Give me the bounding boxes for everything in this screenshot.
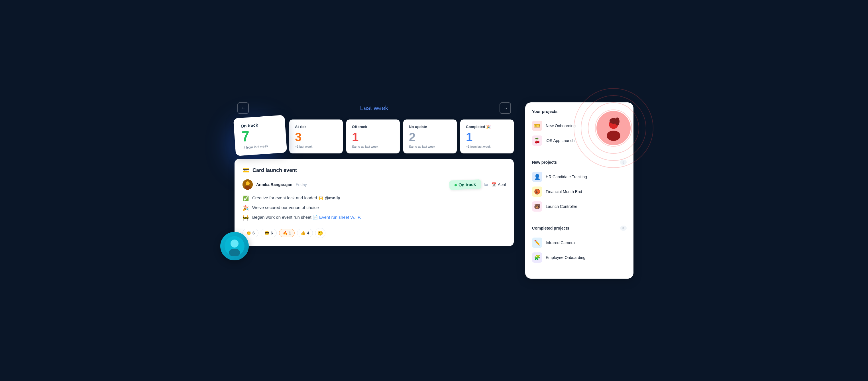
panel-avatar-deco: [596, 111, 631, 145]
at-risk-card: At risk 3 +1 last week: [289, 119, 343, 153]
fire-emoji: 🔥: [283, 231, 287, 235]
card-icon: 💳: [243, 167, 250, 174]
project-employee-onboarding[interactable]: 🧩 Employee Onboarding: [532, 250, 627, 265]
clap-count: 6: [252, 231, 255, 235]
completed-label: Completed 🎉: [466, 125, 508, 129]
completed-projects-header: Completed projects 3: [532, 226, 627, 231]
bottom-avatar: [220, 232, 249, 260]
author-avatar: [243, 179, 253, 189]
hr-candidate-name: HR Candidate Tracking: [546, 175, 587, 179]
deco-circles: [571, 85, 656, 171]
employee-onboarding-icon: 🧩: [532, 253, 542, 263]
add-reaction-button[interactable]: 🙂: [315, 228, 326, 238]
cool-emoji: 😎: [265, 231, 269, 235]
financial-month-end-icon: 🏀: [532, 186, 542, 197]
status-badge-row: On track for 📅 April: [450, 180, 506, 189]
card-title: Card launch event: [252, 167, 297, 173]
project-hr-candidate[interactable]: 👤 HR Candidate Tracking: [532, 169, 627, 184]
item-2-text: We've secured our venue of choice: [252, 205, 319, 210]
hr-candidate-icon: 👤: [532, 172, 542, 182]
event-link[interactable]: 📄 Event run sheet W.I.P.: [313, 215, 361, 219]
update-items: ✅ Creative for event lock and loaded 🙌 @…: [243, 195, 506, 221]
svg-point-4: [230, 239, 239, 247]
completed-card: Completed 🎉 1 +1 from last week: [460, 119, 514, 153]
item-1-emoji: ✅: [243, 195, 249, 202]
back-button[interactable]: ←: [237, 102, 249, 114]
off-track-number: 1: [352, 131, 394, 143]
new-projects-title: New projects: [532, 160, 557, 165]
launch-controller-icon: 🐻: [532, 201, 542, 212]
thumbsup-emoji: 👍: [301, 231, 306, 235]
off-track-card: Off track 1 Same as last week: [346, 119, 400, 153]
right-panel: Your projects 🎫 New Onboarding 🍒 iOS App…: [525, 102, 633, 279]
month-label: April: [498, 182, 506, 187]
item-3-text: Began work on event run sheet 📄 Event ru…: [252, 215, 361, 220]
completed-sub: +1 from last week: [466, 145, 508, 148]
new-onboarding-icon: 🎫: [532, 121, 542, 131]
status-badge: On track: [449, 179, 481, 190]
cool-count: 6: [271, 231, 273, 235]
completed-projects-section: Completed projects 3 ✏️ Infrared Camera …: [532, 226, 627, 265]
for-label: for: [484, 182, 489, 187]
item-2-emoji: 🎉: [243, 205, 249, 211]
update-day: Friday: [296, 182, 307, 187]
project-launch-controller[interactable]: 🐻 Launch Controller: [532, 199, 627, 214]
your-projects-title: Your projects: [532, 109, 557, 114]
project-infrared-camera[interactable]: ✏️ Infrared Camera: [532, 235, 627, 250]
employee-onboarding-name: Employee Onboarding: [546, 255, 585, 260]
item-3-emoji: 🚧: [243, 215, 249, 221]
no-update-sub: Same as last week: [409, 145, 451, 148]
item-1-text: Creative for event lock and loaded 🙌 @mo…: [252, 195, 340, 201]
stat-cards-group: At risk 3 +1 last week Off track 1 Same …: [289, 119, 514, 153]
clap-emoji: 👏: [246, 231, 251, 235]
update-card: 💳 Card launch event Annika Rangarajan Fr…: [235, 159, 514, 246]
off-track-sub: Same as last week: [352, 145, 394, 148]
stats-row: On track 7 -2 from last week At risk 3 +…: [235, 119, 514, 154]
no-update-card: No update 2 Same as last week: [403, 119, 457, 153]
update-item-3: 🚧 Began work on event run sheet 📄 Event …: [243, 215, 506, 221]
on-track-number: 7: [241, 126, 280, 145]
fire-count: 1: [289, 231, 291, 235]
no-update-number: 2: [409, 131, 451, 143]
update-item-2: 🎉 We've secured our venue of choice: [243, 205, 506, 211]
week-title: Last week: [360, 105, 388, 112]
launch-controller-name: Launch Controller: [546, 204, 577, 209]
financial-month-end-name: Financial Month End: [546, 189, 582, 194]
update-author: Annika Rangarajan: [256, 182, 292, 187]
at-risk-label: At risk: [295, 125, 337, 129]
infrared-camera-name: Infrared Camera: [546, 240, 575, 245]
ios-app-launch-icon: 🍒: [532, 136, 542, 146]
forward-button[interactable]: →: [500, 102, 511, 114]
svg-point-1: [246, 181, 250, 185]
no-update-label: No update: [409, 125, 451, 129]
at-risk-sub: +1 last week: [295, 145, 337, 148]
update-meta: Annika Rangarajan Friday On track for 📅 …: [243, 179, 506, 189]
ios-app-launch-name: iOS App Launch: [546, 138, 575, 143]
off-track-label: Off track: [352, 125, 394, 129]
at-risk-number: 3: [295, 131, 337, 143]
completed-projects-count: 3: [620, 226, 627, 231]
status-dot: [455, 184, 457, 186]
reaction-fire[interactable]: 🔥 1: [279, 229, 295, 237]
status-label: On track: [458, 182, 475, 187]
svg-point-10: [615, 117, 620, 125]
on-track-card: On track 7 -2 from last week: [234, 115, 287, 156]
reaction-thumbsup[interactable]: 👍 4: [297, 229, 313, 237]
thumbsup-count: 4: [307, 231, 309, 235]
completed-number: 1: [466, 131, 508, 143]
completed-projects-title: Completed projects: [532, 226, 569, 230]
update-item-1: ✅ Creative for event lock and loaded 🙌 @…: [243, 195, 506, 202]
project-financial-month-end[interactable]: 🏀 Financial Month End: [532, 184, 627, 199]
divider-2: [532, 221, 627, 221]
week-navigation: ← Last week →: [235, 102, 514, 114]
card-header: 💳 Card launch event: [243, 167, 506, 174]
reaction-cool[interactable]: 😎 6: [261, 229, 277, 237]
calendar-icon: 📅: [491, 182, 496, 187]
infrared-camera-icon: ✏️: [532, 238, 542, 248]
reactions-row: 👏 6 😎 6 🔥 1 👍 4 🙂: [243, 228, 506, 238]
add-reaction-icon: 🙂: [317, 230, 323, 236]
month-badge: 📅 April: [491, 182, 506, 187]
svg-point-8: [607, 130, 620, 141]
